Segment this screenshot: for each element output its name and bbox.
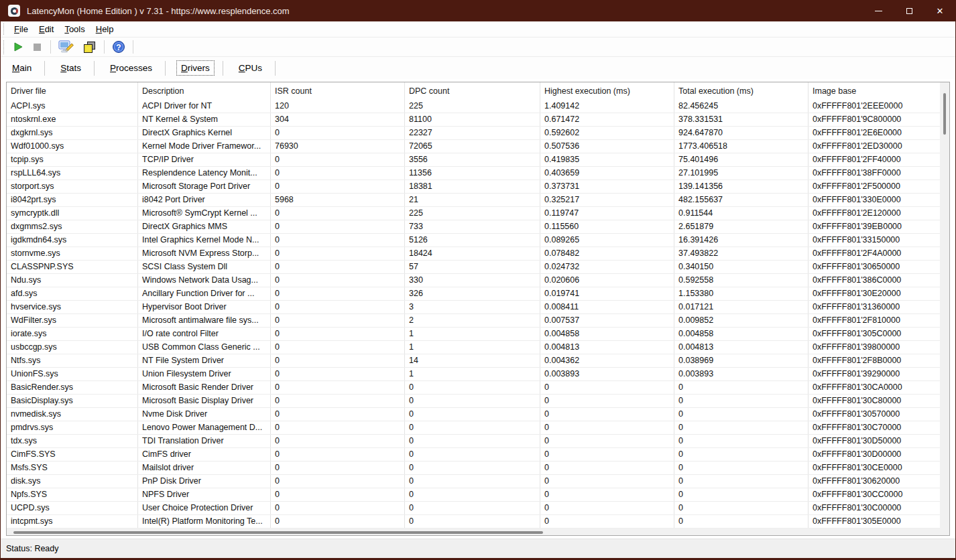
table-cell[interactable]: 0	[540, 515, 674, 528]
table-cell[interactable]: 0xFFFFF801'30650000	[809, 261, 940, 273]
table-cell[interactable]: 0	[674, 488, 809, 501]
table-cell[interactable]: 0xFFFFF801'30C70000	[809, 421, 940, 434]
table-cell[interactable]: 0.007537	[540, 314, 674, 327]
table-cell[interactable]: PnP Disk Driver	[138, 475, 271, 488]
analyze-button[interactable]	[54, 39, 78, 55]
table-row[interactable]: igdkmdn64.sysIntel Graphics Kernel Mode …	[7, 234, 940, 247]
table-cell[interactable]: 0	[405, 395, 540, 407]
table-cell[interactable]: pmdrvs.sys	[7, 421, 138, 434]
menu-tools[interactable]: Tools	[59, 23, 90, 36]
table-row[interactable]: ACPI.sysACPI Driver for NT1202251.409142…	[7, 100, 940, 113]
table-cell[interactable]: 0xFFFFF801'2F810000	[809, 314, 940, 327]
table-cell[interactable]: 0	[271, 167, 405, 180]
table-cell[interactable]: hvservice.sys	[7, 301, 138, 313]
table-cell[interactable]: 3556	[405, 153, 540, 166]
table-cell[interactable]: Intel Graphics Kernel Mode N...	[138, 234, 271, 247]
table-cell[interactable]: Resplendence Latency Monit...	[138, 167, 271, 180]
column-header-isr-count[interactable]: ISR count	[271, 82, 405, 100]
table-row[interactable]: Msfs.SYSMailslot driver00000xFFFFF801'30…	[7, 462, 940, 475]
table-cell[interactable]: 0	[271, 247, 405, 260]
table-cell[interactable]: 5968	[271, 194, 405, 206]
table-cell[interactable]: 75.401496	[674, 153, 809, 166]
table-cell[interactable]: 0.003893	[674, 368, 809, 380]
table-cell[interactable]: Msfs.SYS	[7, 462, 138, 474]
table-cell[interactable]: 27.101995	[674, 167, 809, 180]
table-cell[interactable]: Microsoft Basic Display Driver	[138, 395, 271, 407]
table-cell[interactable]: afd.sys	[7, 287, 138, 300]
table-cell[interactable]: i8042 Port Driver	[138, 194, 271, 206]
table-cell[interactable]: 0	[271, 475, 405, 488]
table-cell[interactable]: 0.004362	[540, 354, 674, 367]
tab-drivers[interactable]: Drivers	[170, 57, 219, 79]
table-cell[interactable]: 0	[271, 462, 405, 474]
table-cell[interactable]: 0.019741	[540, 287, 674, 300]
table-cell[interactable]: 0	[674, 475, 809, 488]
table-cell[interactable]: 120	[271, 100, 405, 113]
table-cell[interactable]: 72065	[405, 140, 540, 153]
table-cell[interactable]: 1.153380	[674, 287, 809, 300]
table-cell[interactable]: 2	[405, 314, 540, 327]
table-cell[interactable]: 0.003893	[540, 368, 674, 380]
table-cell[interactable]: I/O rate control Filter	[138, 328, 271, 340]
table-cell[interactable]: 0xFFFFF801'30E20000	[809, 287, 940, 300]
table-cell[interactable]: 0xFFFFF801'330E0000	[809, 194, 940, 206]
table-cell[interactable]: Nvme Disk Driver	[138, 408, 271, 421]
tab-stats[interactable]: Stats	[49, 57, 90, 79]
table-cell[interactable]: BasicRender.sys	[7, 381, 138, 394]
column-header-driver-file[interactable]: Driver file	[7, 82, 138, 100]
table-cell[interactable]: igdkmdn64.sys	[7, 234, 138, 247]
table-cell[interactable]: 0.017121	[674, 301, 809, 313]
table-cell[interactable]: 0	[271, 448, 405, 461]
table-cell[interactable]: 11356	[405, 167, 540, 180]
table-row[interactable]: ntoskrnl.exeNT Kernel & System304811000.…	[7, 113, 940, 127]
table-cell[interactable]: 0.419835	[540, 153, 674, 166]
table-cell[interactable]: 0.038969	[674, 354, 809, 367]
table-cell[interactable]: 5126	[405, 234, 540, 247]
table-cell[interactable]: 82.456245	[674, 100, 809, 113]
table-cell[interactable]: 0	[271, 220, 405, 233]
table-cell[interactable]: NT File System Driver	[138, 354, 271, 367]
table-cell[interactable]: tcpip.sys	[7, 153, 138, 166]
table-cell[interactable]: 0	[271, 395, 405, 407]
table-row[interactable]: intcpmt.sysIntel(R) Platform Monitoring …	[7, 515, 940, 529]
column-header-description[interactable]: Description	[138, 82, 271, 100]
table-cell[interactable]: 0.004813	[674, 341, 809, 354]
table-cell[interactable]: SCSI Class System Dll	[138, 261, 271, 273]
table-cell[interactable]: 22327	[405, 127, 540, 139]
table-row[interactable]: tcpip.sysTCP/IP Driver035560.41983575.40…	[7, 153, 940, 167]
table-cell[interactable]: 0	[271, 207, 405, 220]
table-cell[interactable]: 0xFFFFF801'2EEE0000	[809, 100, 940, 113]
table-cell[interactable]: 1.409142	[540, 100, 674, 113]
table-cell[interactable]: 378.331531	[674, 113, 809, 126]
table-row[interactable]: WdFilter.sysMicrosoft antimalware file s…	[7, 314, 940, 328]
table-cell[interactable]: Ndu.sys	[7, 274, 138, 287]
table-cell[interactable]: 0	[540, 395, 674, 407]
table-cell[interactable]: 0	[271, 502, 405, 514]
help-button[interactable]: ?	[108, 39, 129, 55]
column-header-total-execution[interactable]: Total execution (ms)	[674, 82, 809, 100]
table-cell[interactable]: 0	[271, 515, 405, 528]
table-cell[interactable]: 37.493822	[674, 247, 809, 260]
table-cell[interactable]: 0xFFFFF801'305C0000	[809, 328, 940, 340]
table-cell[interactable]: ACPI.sys	[7, 100, 138, 113]
table-cell[interactable]: 0	[674, 381, 809, 394]
table-cell[interactable]: 0xFFFFF801'30CC0000	[809, 488, 940, 501]
table-cell[interactable]: 225	[405, 100, 540, 113]
table-cell[interactable]: 0.004858	[540, 328, 674, 340]
table-cell[interactable]: 0	[540, 462, 674, 474]
table-cell[interactable]: rspLLL64.sys	[7, 167, 138, 180]
table-cell[interactable]: 0.592602	[540, 127, 674, 139]
table-row[interactable]: UCPD.sysUser Choice Protection Driver000…	[7, 502, 940, 515]
table-cell[interactable]: 0	[540, 435, 674, 447]
table-cell[interactable]: 0	[405, 448, 540, 461]
table-cell[interactable]: 0xFFFFF801'2F8B0000	[809, 354, 940, 367]
table-cell[interactable]: 0	[405, 488, 540, 501]
table-cell[interactable]: tdx.sys	[7, 435, 138, 447]
table-cell[interactable]: 0	[674, 502, 809, 514]
table-cell[interactable]: 0xFFFFF801'2E120000	[809, 207, 940, 220]
tab-processes[interactable]: Processes	[99, 57, 161, 79]
table-cell[interactable]: 0	[271, 261, 405, 273]
table-cell[interactable]: 0xFFFFF801'2F4A0000	[809, 247, 940, 260]
table-row[interactable]: dxgmms2.sysDirectX Graphics MMS07330.115…	[7, 220, 940, 234]
table-cell[interactable]: 0xFFFFF801'2E6E0000	[809, 127, 940, 139]
